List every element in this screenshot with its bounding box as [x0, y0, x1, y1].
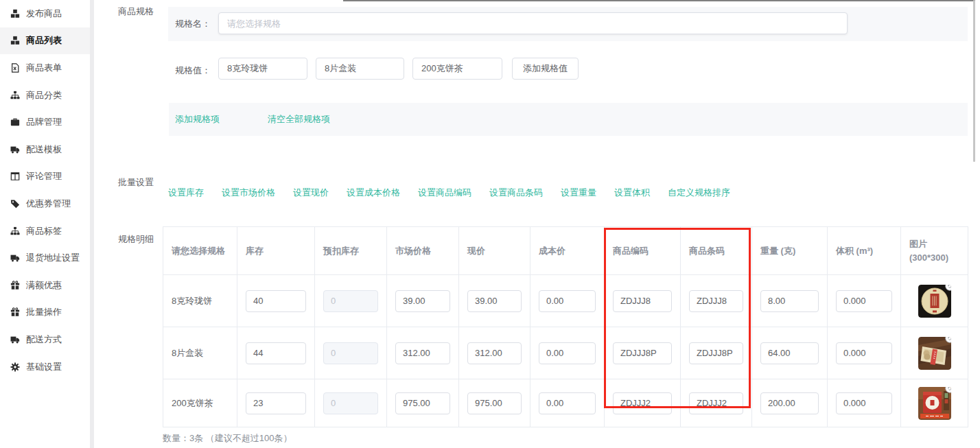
sidebar-item-label: 商品分类: [26, 89, 62, 102]
set-barcode-link[interactable]: 设置商品条码: [489, 187, 543, 199]
set-cost-price-link[interactable]: 设置成本价格: [347, 187, 400, 199]
table-row: 8片盒装: [163, 327, 968, 379]
section-label-product-spec: 商品规格: [118, 5, 154, 18]
set-volume-link[interactable]: 设置体积: [614, 187, 650, 199]
spec-value-input-3[interactable]: [412, 58, 502, 80]
set-stock-link[interactable]: 设置库存: [168, 187, 204, 199]
product-image-red-gift-box[interactable]: [918, 387, 951, 420]
sidebar-item-coupon-management[interactable]: 优惠券管理: [0, 190, 90, 217]
col-header-withhold: 预扣库存: [315, 227, 387, 275]
withhold-input: [323, 342, 378, 364]
col-header-barcode: 商品条码: [681, 227, 752, 275]
gear-icon: [10, 362, 20, 372]
sidebar-item-label: 发布商品: [26, 8, 62, 20]
price-input[interactable]: [467, 392, 522, 414]
sidebar-item-return-address-settings[interactable]: 退货地址设置: [0, 244, 90, 272]
stock-input[interactable]: [246, 342, 306, 364]
weight-input[interactable]: [760, 342, 819, 364]
col-header-cost: 成本价: [530, 227, 605, 275]
add-spec-item-link[interactable]: 添加规格项: [175, 113, 220, 126]
product-code-input[interactable]: [613, 290, 672, 312]
market-price-input[interactable]: [395, 392, 450, 414]
clear-all-spec-items-link[interactable]: 清空全部规格项: [268, 113, 330, 126]
replace-image-icon[interactable]: [945, 285, 951, 291]
sidebar-item-label: 商品列表: [26, 34, 62, 47]
product-code-input[interactable]: [613, 342, 672, 364]
sidebar-item-product-category[interactable]: 商品分类: [0, 82, 90, 109]
sidebar-item-product-tags[interactable]: 商品标签: [0, 217, 90, 245]
spec-name-input[interactable]: [218, 12, 848, 34]
spec-cell: 8克玲珑饼: [163, 275, 237, 327]
weight-input[interactable]: [760, 392, 819, 414]
weight-input[interactable]: [760, 290, 819, 312]
withhold-input: [323, 392, 378, 414]
replace-image-icon[interactable]: [945, 387, 951, 393]
price-input[interactable]: [467, 290, 522, 312]
sidebar-item-brand-management[interactable]: 品牌管理: [0, 108, 90, 136]
truck-icon: [10, 145, 20, 154]
col-header-spec: 请您选择规格: [163, 227, 237, 275]
cost-input[interactable]: [539, 392, 596, 414]
col-header-stock: 库存: [237, 227, 315, 275]
sidebar-item-basic-settings[interactable]: 基础设置: [0, 353, 90, 381]
set-market-price-link[interactable]: 设置市场价格: [222, 187, 275, 199]
table-row: 200克饼茶: [163, 379, 968, 427]
add-spec-value-button[interactable]: 添加规格值: [512, 58, 579, 80]
sidebar-item-delivery-template[interactable]: 配送模板: [0, 136, 90, 163]
barcode-input[interactable]: [689, 392, 743, 414]
section-label-spec-detail: 规格明细: [118, 233, 154, 246]
file-icon: [10, 63, 20, 73]
sidebar-item-full-amount-discount[interactable]: 满额优惠: [0, 272, 90, 299]
spec-detail-table: 请您选择规格 库存 预扣库存 市场价格 现价 成本价 商品编码 商品条码 重量 …: [163, 226, 968, 427]
truck-icon: [10, 253, 20, 263]
product-image-tea-cake[interactable]: [918, 285, 951, 318]
sidebar-item-product-form[interactable]: 商品表单: [0, 54, 90, 82]
vertical-scrollbar-thumb[interactable]: [973, 0, 975, 162]
cost-input[interactable]: [539, 342, 596, 364]
set-current-price-link[interactable]: 设置现价: [293, 187, 329, 199]
stock-input[interactable]: [246, 290, 306, 312]
sidebar-item-product-list[interactable]: 商品列表: [0, 27, 90, 55]
custom-spec-sort-link[interactable]: 自定义规格排序: [668, 187, 730, 199]
product-image-wooden-box[interactable]: [918, 337, 951, 370]
spec-cell: 200克饼茶: [163, 379, 237, 427]
spec-value-input-2[interactable]: [316, 58, 404, 80]
gift-icon: [10, 281, 20, 290]
cubes-icon: [10, 9, 20, 19]
volume-input[interactable]: [836, 290, 892, 312]
product-code-input[interactable]: [613, 392, 672, 414]
barcode-input[interactable]: [689, 342, 743, 364]
col-header-image: 图片 (300*300): [901, 227, 968, 275]
sidebar-item-delivery-method[interactable]: 配送方式: [0, 326, 90, 353]
sidebar-item-label: 商品表单: [26, 62, 62, 74]
barcode-input[interactable]: [689, 290, 743, 312]
withhold-input: [323, 290, 378, 312]
cost-input[interactable]: [539, 290, 596, 312]
market-price-input[interactable]: [395, 290, 450, 312]
sidebar-item-publish-product[interactable]: 发布商品: [0, 0, 90, 27]
col-header-price: 现价: [459, 227, 530, 275]
col-header-market-price: 市场价格: [387, 227, 459, 275]
section-label-batch-settings: 批量设置: [118, 176, 154, 189]
market-price-input[interactable]: [395, 342, 450, 364]
sidebar-item-review-management[interactable]: 评论管理: [0, 163, 90, 191]
spec-value-input-1[interactable]: [218, 58, 307, 80]
stock-input[interactable]: [246, 392, 306, 414]
sidebar-item-batch-operations[interactable]: 批量操作: [0, 299, 90, 327]
table-row: 8克玲珑饼: [163, 275, 968, 327]
set-weight-link[interactable]: 设置重量: [561, 187, 596, 199]
sitemap-icon: [10, 91, 20, 100]
sidebar-item-label: 满额优惠: [26, 279, 62, 292]
set-product-code-link[interactable]: 设置商品编码: [418, 187, 471, 199]
spec-cell: 8片盒装: [163, 327, 237, 379]
volume-input[interactable]: [836, 392, 892, 414]
spec-actions-panel: 添加规格项 清空全部规格项: [169, 103, 968, 136]
sidebar-item-label: 品牌管理: [26, 116, 62, 128]
volume-input[interactable]: [836, 342, 892, 364]
sidebar-item-label: 批量操作: [26, 306, 62, 318]
sitemap-icon: [10, 226, 20, 236]
col-header-weight: 重量 (克): [752, 227, 828, 275]
gift-icon: [10, 307, 20, 317]
replace-image-icon[interactable]: [945, 337, 951, 343]
price-input[interactable]: [467, 342, 522, 364]
